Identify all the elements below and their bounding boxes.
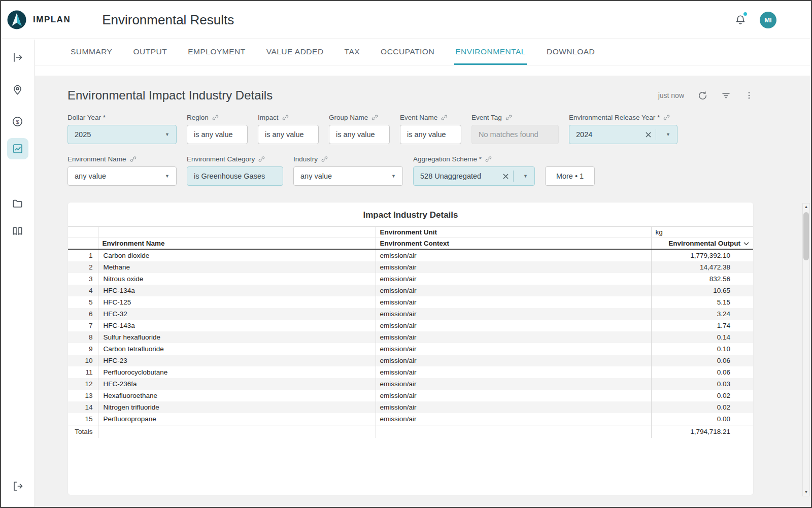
link-icon[interactable] bbox=[130, 156, 137, 162]
tab-employment[interactable]: EMPLOYMENT bbox=[187, 40, 247, 65]
tab-tax[interactable]: TAX bbox=[344, 40, 361, 65]
row-number: 4 bbox=[68, 285, 98, 296]
filter-environmental-release-year: Environmental Release Year * 2024 ▼ bbox=[569, 114, 678, 144]
folder-icon[interactable] bbox=[7, 193, 28, 214]
link-icon[interactable] bbox=[505, 114, 512, 121]
logout-icon[interactable] bbox=[7, 476, 28, 497]
last-updated-text: just now bbox=[658, 91, 684, 99]
environment-name-cell: Nitrous oxide bbox=[98, 273, 376, 285]
clear-icon[interactable] bbox=[503, 174, 509, 179]
impact-table: Environment Unit kg Environment Name Env… bbox=[68, 226, 753, 438]
filter-region: Region is any value bbox=[187, 114, 248, 144]
filter-icon[interactable] bbox=[721, 91, 731, 100]
table-row[interactable]: 4 HFC-134a emission/air 10.65 bbox=[68, 285, 753, 296]
tab-occupation[interactable]: OCCUPATION bbox=[380, 40, 435, 65]
row-number: 3 bbox=[68, 273, 98, 285]
event-name-filter[interactable]: is any value bbox=[400, 125, 461, 144]
table-row[interactable]: 14 Nitrogen trifluoride emission/air 0.0… bbox=[68, 401, 753, 413]
link-icon[interactable] bbox=[258, 156, 265, 162]
table-row[interactable]: 9 Carbon tetrafluoride emission/air 0.10 bbox=[68, 343, 753, 355]
table-row[interactable]: 2 Methane emission/air 14,472.38 bbox=[68, 261, 753, 273]
impact-filter[interactable]: is any value bbox=[258, 125, 319, 144]
environment-context-cell: emission/air bbox=[376, 413, 651, 425]
environmental-output-cell: 0.00 bbox=[651, 413, 753, 425]
page-header-title: Environmental Results bbox=[102, 12, 234, 28]
table-row[interactable]: 10 HFC-23 emission/air 0.06 bbox=[68, 355, 753, 366]
environmental-output-cell: 0.14 bbox=[651, 331, 753, 343]
environmental-release-year-select[interactable]: 2024 ▼ bbox=[569, 125, 678, 144]
refresh-icon[interactable] bbox=[698, 91, 707, 100]
environment-name-cell: Sulfur hexafluoride bbox=[98, 331, 376, 343]
table-row[interactable]: 7 HFC-143a emission/air 1.74 bbox=[68, 320, 753, 331]
environment-name-select[interactable]: any value ▼ bbox=[67, 166, 177, 186]
tab-summary[interactable]: SUMMARY bbox=[70, 40, 113, 65]
results-tabs: SUMMARYOUTPUTEMPLOYMENTVALUE ADDEDTAXOCC… bbox=[35, 40, 811, 65]
app-window: IMPLAN Environmental Results MI bbox=[0, 0, 812, 508]
filter-label: Industry bbox=[293, 155, 318, 163]
table-row[interactable]: 5 HFC-125 emission/air 5.15 bbox=[68, 296, 753, 308]
tab-value-added[interactable]: VALUE ADDED bbox=[265, 40, 325, 65]
clear-icon[interactable] bbox=[646, 132, 651, 138]
more-filters-button[interactable]: More • 1 bbox=[545, 166, 595, 186]
aggregation-scheme-select[interactable]: 528 Unaggregated ▼ bbox=[413, 166, 535, 186]
chart-icon[interactable] bbox=[7, 138, 28, 159]
filter-group-name: Group Name is any value bbox=[329, 114, 390, 144]
table-row[interactable]: 6 HFC-32 emission/air 3.24 bbox=[68, 308, 753, 320]
dollar-year-select[interactable]: 2025 ▼ bbox=[67, 125, 177, 144]
table-row[interactable]: 1 Carbon dioxide emission/air 1,779,392.… bbox=[68, 249, 753, 261]
table-row[interactable]: 3 Nitrous oxide emission/air 832.56 bbox=[68, 273, 753, 285]
table-title: Impact Industry Details bbox=[68, 202, 753, 226]
scrollbar-thumb[interactable] bbox=[803, 212, 809, 260]
row-number: 9 bbox=[68, 343, 98, 355]
dollar-circle-icon[interactable]: $ bbox=[7, 111, 28, 132]
group-name-filter[interactable]: is any value bbox=[329, 125, 390, 144]
filter-label: Aggregation Scheme * bbox=[413, 155, 482, 163]
filter-environment-category: Environment Category is Greenhouse Gases bbox=[187, 155, 283, 186]
row-number: 1 bbox=[68, 249, 98, 261]
row-number: 5 bbox=[68, 296, 98, 308]
topbar-actions: MI bbox=[735, 12, 811, 28]
event-tag-filter: No matches found bbox=[471, 125, 559, 144]
environment-name-cell: HFC-23 bbox=[98, 355, 376, 366]
tab-environmental[interactable]: ENVIRONMENTAL bbox=[454, 40, 527, 65]
link-icon[interactable] bbox=[282, 114, 289, 121]
link-icon[interactable] bbox=[441, 114, 448, 121]
environment-name-cell: Perfluorocyclobutane bbox=[98, 366, 376, 378]
table-row[interactable]: 13 Hexafluoroethane emission/air 0.02 bbox=[68, 390, 753, 401]
environment-name-cell: HFC-143a bbox=[98, 320, 376, 331]
vertical-scrollbar[interactable]: ▲ ▼ bbox=[802, 203, 810, 496]
link-icon[interactable] bbox=[485, 156, 492, 162]
content-area: SUMMARYOUTPUTEMPLOYMENTVALUE ADDEDTAXOCC… bbox=[35, 40, 811, 507]
environment-context-cell: emission/air bbox=[376, 273, 651, 285]
table-row[interactable]: 8 Sulfur hexafluoride emission/air 0.14 bbox=[68, 331, 753, 343]
col-environment-context[interactable]: Environment Context bbox=[376, 238, 651, 250]
tab-output[interactable]: OUTPUT bbox=[132, 40, 168, 65]
tab-download[interactable]: DOWNLOAD bbox=[546, 40, 596, 65]
link-icon[interactable] bbox=[663, 114, 670, 121]
collapse-icon[interactable] bbox=[7, 47, 28, 68]
link-icon[interactable] bbox=[212, 114, 219, 121]
filter-label: Region bbox=[187, 114, 209, 121]
kebab-menu-icon[interactable] bbox=[745, 91, 754, 100]
book-icon[interactable] bbox=[7, 220, 28, 242]
environment-context-cell: emission/air bbox=[376, 366, 651, 378]
scroll-up-icon[interactable]: ▲ bbox=[804, 204, 808, 211]
notifications-bell-icon[interactable] bbox=[735, 14, 746, 26]
divider bbox=[513, 171, 514, 182]
table-row[interactable]: 11 Perfluorocyclobutane emission/air 0.0… bbox=[68, 366, 753, 378]
table-row[interactable]: 12 HFC-236fa emission/air 0.03 bbox=[68, 378, 753, 390]
industry-select[interactable]: any value ▼ bbox=[293, 166, 403, 186]
link-icon[interactable] bbox=[371, 114, 378, 121]
link-icon[interactable] bbox=[321, 156, 328, 162]
region-filter[interactable]: is any value bbox=[187, 125, 248, 144]
avatar[interactable]: MI bbox=[760, 12, 776, 28]
scroll-down-icon[interactable]: ▼ bbox=[804, 489, 808, 496]
top-bar: IMPLAN Environmental Results MI bbox=[1, 1, 811, 39]
environment-category-filter[interactable]: is Greenhouse Gases bbox=[187, 166, 283, 186]
map-pin-icon[interactable] bbox=[7, 79, 28, 100]
col-environmental-output[interactable]: Environmental Output bbox=[651, 238, 753, 250]
col-environment-name[interactable]: Environment Name bbox=[98, 238, 376, 250]
chevron-down-icon: ▼ bbox=[523, 174, 528, 179]
row-number: 7 bbox=[68, 320, 98, 331]
table-row[interactable]: 15 Perfluoropropane emission/air 0.00 bbox=[68, 413, 753, 425]
